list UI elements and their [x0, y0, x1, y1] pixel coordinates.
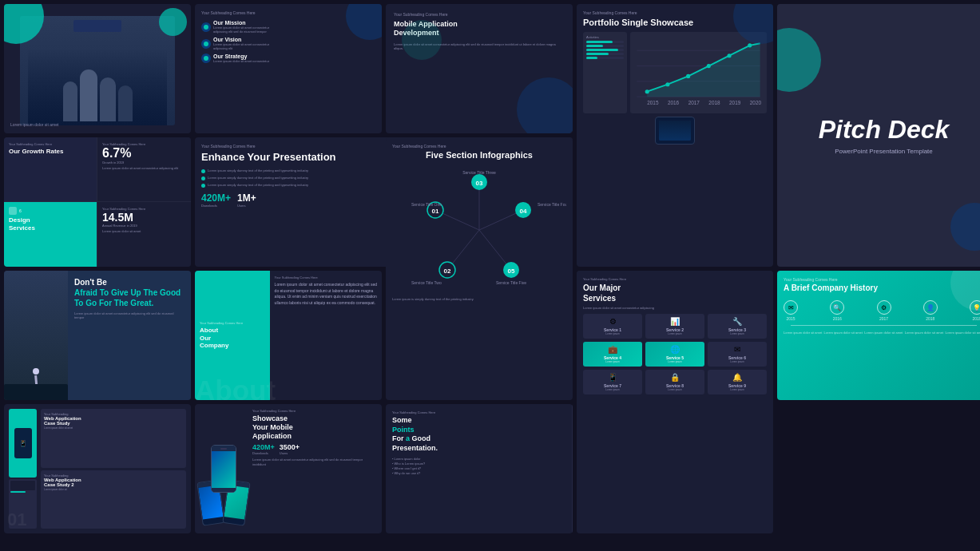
about-watermark: About [195, 375, 276, 400]
svg-point-5 [665, 82, 669, 86]
svg-text:Service Title Five: Service Title Five [496, 280, 526, 285]
portfolio-chart: 2015 2016 2017 2018 2019 2020 [633, 35, 764, 107]
svg-text:01: 01 [432, 208, 439, 215]
svg-text:03: 03 [476, 180, 483, 187]
people-mini-text: Lorem ipsum dolor sit amet [10, 122, 58, 127]
svg-text:Service Title Four: Service Title Four [538, 202, 566, 207]
growth-stat2: 14.5M [102, 211, 186, 224]
slide-webapp-r4[interactable]: 📱 Your Subheading Web ApplicationCase St… [4, 404, 191, 533]
infographic-chart: 03 04 05 02 01 Service Title Three Servi… [392, 166, 566, 294]
svg-text:2020: 2020 [750, 100, 762, 105]
svg-text:05: 05 [508, 268, 515, 275]
svg-point-4 [645, 89, 649, 93]
infographics-title: Five Section Infographics [392, 150, 566, 160]
webapp-case2: Web ApplicationCase Study 2 [44, 478, 183, 487]
svg-point-8 [728, 54, 732, 57]
our-strategy-label: Our Strategy [213, 54, 269, 59]
svg-text:Service Title One: Service Title One [411, 202, 442, 207]
slide-dontbe[interactable]: Don't Be Afraid To Give Up The Good To G… [4, 271, 191, 400]
svg-point-9 [748, 43, 752, 47]
svg-text:Service Title Three: Service Title Three [462, 170, 496, 175]
services-title: Our MajorServices [583, 283, 767, 303]
slide-infographics[interactable]: Your Subheading Comes Here Five Section … [386, 137, 573, 400]
pitch-deck-title: Pitch Deck [819, 116, 950, 144]
enhance-stat2: 1M+ [237, 192, 256, 204]
our-mission-label: Our Mission [213, 20, 269, 26]
slide-people[interactable]: Lorem ipsum dolor sit amet [4, 4, 191, 133]
svg-point-6 [686, 74, 690, 78]
enhance-stat1: 420M+ [201, 192, 231, 204]
svg-text:2016: 2016 [668, 100, 680, 105]
slide-about[interactable]: Your Subheading Comes Here AboutOurCompa… [195, 271, 382, 400]
svg-text:Service Title Two: Service Title Two [411, 280, 442, 285]
showcase-stat1: 420M+ [252, 443, 275, 451]
growth-stat1: 6.7% [102, 146, 186, 161]
design-services-title: DesignServices [9, 216, 92, 232]
slide-abstract[interactable]: Your Subheading Comes Here Mobile Applic… [386, 4, 573, 133]
growth-title: Our Growth Rates [9, 148, 92, 156]
slide-points-johndoe[interactable]: Your Subheading Comes Here SomePointsFor… [386, 404, 573, 533]
webapp-case1: Web ApplicationCase Study [44, 416, 183, 426]
our-vision-label: Our Vision [213, 37, 269, 42]
slide-showcase-mobile[interactable]: Your Subheading Comes Here ShowcaseYour … [195, 404, 382, 533]
some-points-title: SomePointsFor a GoodPresentation. [392, 416, 565, 454]
showcase-stat2: 3500+ [280, 443, 300, 451]
svg-text:04: 04 [520, 208, 527, 215]
svg-text:2019: 2019 [729, 100, 741, 105]
svg-text:2017: 2017 [688, 100, 700, 105]
svg-text:2015: 2015 [647, 100, 659, 105]
about-title: AboutOurCompany [200, 327, 265, 350]
pitch-deck-subtitle: PowerPoint Presentation Template [819, 148, 950, 155]
svg-text:02: 02 [444, 268, 451, 275]
slide-mission[interactable]: Your Subheading Comes Here Our Mission L… [195, 4, 382, 133]
slide-company-history[interactable]: Your Subheading Comes Here A Brief Compa… [777, 271, 980, 400]
dontbe-title: Don't Be Afraid To Give Up The Good To G… [74, 277, 184, 308]
showcase-title: ShowcaseYour MobileApplication [252, 414, 377, 440]
slide-growth[interactable]: Your Subheading Comes Here Our Growth Ra… [4, 137, 191, 267]
slide-services[interactable]: Your Subheading Comes Here Our MajorServ… [577, 271, 773, 533]
svg-text:2018: 2018 [708, 100, 720, 105]
svg-point-7 [707, 64, 711, 68]
slide-portfolio-single[interactable]: Your Subheading Comes Here Portfolio Sin… [577, 4, 773, 267]
slide-pitchdeck[interactable]: Pitch Deck PowerPoint Presentation Templ… [777, 4, 980, 267]
